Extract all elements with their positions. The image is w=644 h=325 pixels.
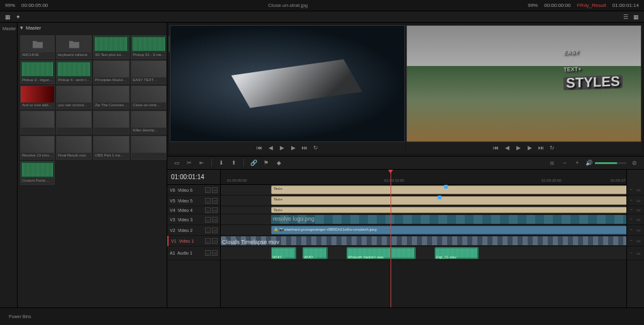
media-clip[interactable]: EASY TEXT…: [131, 60, 167, 84]
lock-icon[interactable]: ◇: [205, 238, 211, 244]
track-row-v2[interactable]: 🔒 📷 eberhard-grossgasteiger-r0BRDh21w9w-…: [221, 225, 644, 236]
track-enable-icon[interactable]: ▭: [212, 198, 218, 204]
record-canvas[interactable]: EASY TEXT+ STYLES: [406, 25, 641, 142]
lock-icon[interactable]: ◇: [205, 187, 211, 193]
expand-icon[interactable]: ▭: [636, 251, 641, 256]
chevron-down-icon[interactable]: ▾: [20, 25, 23, 31]
snap-icon[interactable]: ⧈: [548, 158, 557, 167]
media-pool-toggle[interactable]: ▦: [5, 14, 11, 20]
timeline-clip[interactable]: Text+: [271, 185, 644, 194]
track-row-v3[interactable]: resolve logo.png: [221, 214, 644, 225]
play-button[interactable]: ▶: [278, 144, 286, 151]
loop-icon[interactable]: ↻: [548, 144, 556, 151]
timeline-audio-clip[interactable]: WHO…: [303, 247, 328, 259]
media-clip[interactable]: you can control…: [56, 85, 92, 109]
next-frame-button[interactable]: ▶: [289, 144, 297, 151]
expand-icon[interactable]: ▭: [636, 217, 641, 222]
lock-icon[interactable]: ◇: [205, 250, 211, 256]
bin-master[interactable]: Master: [1, 25, 16, 32]
volume-slider[interactable]: [595, 162, 626, 164]
flag-icon[interactable]: ⚑: [262, 158, 270, 167]
inspector-toggle[interactable]: ☰: [623, 14, 628, 20]
prev-frame-button[interactable]: ◀: [267, 144, 274, 151]
zoom-out-icon[interactable]: −: [560, 158, 569, 167]
prev-frame-button[interactable]: ◀: [503, 144, 511, 151]
media-clip[interactable]: Zip The Commen…: [93, 85, 130, 109]
play-button[interactable]: ▶: [514, 144, 522, 151]
time-ruler[interactable]: 01:00:00:0001:00:10:0001:00:20:0001:00:2…: [221, 170, 644, 185]
timeline-clip[interactable]: Text+: [271, 196, 644, 205]
media-clip[interactable]: Close-on-strat…: [131, 85, 167, 109]
zoom-in-icon[interactable]: +: [573, 158, 582, 167]
track-row-a1[interactable]: WHO…WHO…Whoosh medium.wavZap_01.wav: [221, 246, 644, 260]
timeline-audio-clip[interactable]: WHO…: [271, 247, 296, 259]
media-clip[interactable]: Resolve 13 intro…: [20, 136, 55, 160]
track-header-v6[interactable]: V6 Video 6◇▭: [167, 185, 220, 196]
curve-icon[interactable]: ~: [630, 207, 635, 212]
timeline-name[interactable]: FRdy_Result: [577, 3, 606, 8]
media-clip[interactable]: [93, 111, 130, 135]
timeline-audio-clip[interactable]: Zap_01.wav: [435, 247, 479, 259]
media-clip[interactable]: Principles Modul…: [93, 60, 130, 84]
power-bins-tab[interactable]: Power Bins: [5, 313, 35, 320]
track-enable-icon[interactable]: ▭: [212, 238, 218, 244]
media-clip[interactable]: [20, 111, 55, 135]
mute-icon[interactable]: ⊘: [630, 158, 639, 167]
playhead[interactable]: [391, 170, 391, 307]
media-clip[interactable]: OBS Part 1 mo…: [93, 136, 130, 160]
track-enable-icon[interactable]: ▭: [212, 228, 218, 233]
lock-icon[interactable]: ◇: [205, 198, 211, 204]
timeline-clip[interactable]: resolve logo.png: [271, 215, 644, 224]
effects-toggle[interactable]: ✦: [16, 14, 21, 20]
curve-icon[interactable]: ~: [630, 228, 635, 233]
media-clip[interactable]: keyboard callouts: [56, 35, 92, 59]
track-row-v5[interactable]: Text+: [221, 196, 644, 206]
media-clip[interactable]: ARCHIVE: [20, 35, 55, 59]
track-enable-icon[interactable]: ▭: [212, 217, 218, 223]
track-header-v5[interactable]: V5 Video 5◇▭: [167, 196, 220, 206]
media-clip[interactable]: Pickup 4 - anim t…: [56, 60, 92, 84]
next-frame-button[interactable]: ▶: [526, 144, 533, 151]
expand-icon[interactable]: ▭: [636, 228, 641, 233]
track-enable-icon[interactable]: ▭: [212, 187, 218, 193]
trim-tool[interactable]: ⇤: [197, 158, 206, 167]
pool-breadcrumb[interactable]: Master: [26, 25, 41, 31]
track-header-v4[interactable]: V4 Video 4◇▭: [167, 206, 220, 214]
curve-icon[interactable]: ~: [630, 198, 635, 203]
lock-icon[interactable]: ◇: [205, 228, 211, 233]
track-header-v1[interactable]: V1 Video 1◇▭: [167, 236, 220, 246]
first-frame-button[interactable]: ⏮: [492, 144, 499, 151]
media-clip[interactable]: Pickup 01 - 3 me…: [131, 35, 167, 59]
link-icon[interactable]: 🔗: [249, 158, 258, 167]
curve-icon[interactable]: ~: [630, 251, 635, 256]
lock-icon[interactable]: ◇: [205, 217, 211, 223]
timeline-clip[interactable]: 🔒 📷 eberhard-grossgasteiger-r0BRDh21w9w-…: [271, 226, 644, 234]
media-clip[interactable]: Killer descrip…: [131, 111, 167, 135]
track-row-v4[interactable]: Text+: [221, 206, 644, 214]
expand-icon[interactable]: ▭: [636, 238, 641, 243]
timeline-tracks[interactable]: 01:00:00:0001:00:10:0001:00:20:0001:00:2…: [221, 170, 644, 307]
media-clip[interactable]: [56, 111, 92, 135]
expand-icon[interactable]: ▭: [636, 207, 641, 212]
curve-icon[interactable]: ~: [630, 238, 635, 243]
curve-icon[interactable]: ~: [630, 187, 635, 192]
source-canvas[interactable]: [170, 25, 405, 142]
loop-icon[interactable]: ↻: [312, 144, 319, 151]
insert-button[interactable]: ⬇: [217, 158, 226, 167]
metadata-toggle[interactable]: ▦: [633, 14, 639, 20]
track-row-v6[interactable]: Text+: [221, 185, 644, 196]
expand-icon[interactable]: ▭: [636, 198, 641, 203]
media-clip[interactable]: And to now add…: [20, 85, 55, 109]
blade-tool[interactable]: ✂: [185, 158, 194, 167]
media-clip[interactable]: [131, 136, 167, 160]
timeline-clip[interactable]: Clouds Timelapse mov: [221, 236, 644, 245]
track-enable-icon[interactable]: ▭: [212, 207, 218, 213]
first-frame-button[interactable]: ⏮: [255, 144, 263, 151]
last-frame-button[interactable]: ⏭: [537, 144, 545, 151]
timecode-display[interactable]: 01:00:01:14: [167, 170, 220, 185]
media-clip[interactable]: 3D Text plus tut…: [93, 35, 130, 59]
track-header-a1[interactable]: A1 Audio 1◇▭: [167, 246, 220, 260]
curve-icon[interactable]: ~: [630, 217, 635, 222]
track-header-v3[interactable]: V3 Video 3◇▭: [167, 214, 220, 225]
lock-icon[interactable]: ◇: [205, 207, 211, 213]
